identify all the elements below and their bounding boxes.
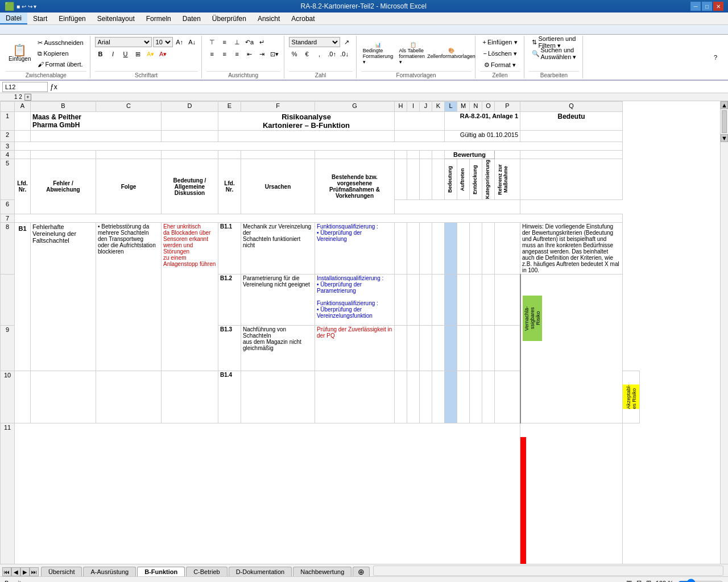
- cell-I8b[interactable]: [407, 275, 420, 326]
- col-header-M[interactable]: M: [457, 102, 470, 112]
- menu-start[interactable]: Start: [27, 13, 53, 24]
- cell-G9[interactable]: Prüfung der Zuverlässigkeit in der PQ: [315, 326, 395, 371]
- sheet-tab-d-dokumentation[interactable]: D-Dokumentation: [229, 567, 292, 576]
- cell-I8[interactable]: [407, 223, 420, 275]
- cell-N5[interactable]: Entdeckung: [470, 159, 482, 200]
- kopieren-button[interactable]: ⧉ Kopieren: [35, 48, 86, 59]
- cell-B4[interactable]: [31, 151, 96, 159]
- bedingte-formatierung-button[interactable]: 📊 BedingteFormatierung ▾: [361, 39, 395, 68]
- decimal-less-button[interactable]: .0↓: [339, 49, 350, 59]
- format-button[interactable]: ⚙ Format ▾: [481, 60, 519, 70]
- cell-C5[interactable]: Folge: [96, 159, 162, 214]
- cell-N8b[interactable]: [470, 275, 482, 326]
- align-top-button[interactable]: ⊤: [206, 37, 218, 47]
- fill-color-button[interactable]: A▾: [145, 49, 156, 59]
- col-header-Q[interactable]: Q: [520, 102, 623, 112]
- cell-L4[interactable]: Bewertung: [445, 151, 495, 159]
- cell-L8[interactable]: [445, 223, 457, 275]
- cell-E2[interactable]: [218, 131, 395, 142]
- font-name-select[interactable]: Arial: [95, 37, 152, 47]
- zellen-loeschen-button[interactable]: − Löschen ▾: [481, 48, 520, 59]
- cell-O10[interactable]: [482, 371, 495, 423]
- number-format-select[interactable]: Standard: [289, 37, 340, 47]
- col-header-A[interactable]: A: [15, 102, 31, 112]
- align-bottom-button[interactable]: ⊥: [231, 37, 243, 47]
- cell-N8[interactable]: [470, 223, 482, 275]
- cell-N10[interactable]: [470, 371, 482, 423]
- formula-expand-button[interactable]: ƒx: [48, 83, 60, 91]
- underline-button[interactable]: U: [120, 49, 131, 59]
- tab-nav-last[interactable]: ⏭: [30, 567, 39, 576]
- cell-J9[interactable]: [420, 326, 432, 371]
- cell-B8[interactable]: Fehlerhafte Vereinelung der Faltschachte…: [31, 223, 96, 371]
- cell-O8[interactable]: [482, 223, 495, 275]
- cell-H8[interactable]: [395, 223, 407, 275]
- cell-B2[interactable]: [31, 131, 162, 142]
- menu-acrobat[interactable]: Acrobat: [286, 13, 320, 24]
- menu-ansicht[interactable]: Ansicht: [252, 13, 286, 24]
- cell-J8[interactable]: [420, 223, 432, 275]
- row-header-8b[interactable]: [1, 275, 15, 326]
- cell-K8b[interactable]: [432, 275, 445, 326]
- cell-F9[interactable]: Nachführung von Schachteln aus dem Magaz…: [241, 326, 315, 371]
- cell-J10[interactable]: [420, 371, 432, 423]
- cell-A5[interactable]: Lfd. Nr.: [15, 159, 31, 214]
- cell-D10[interactable]: [162, 371, 218, 423]
- cell-N9[interactable]: [470, 326, 482, 371]
- row-header-7[interactable]: 7: [1, 214, 15, 223]
- cell-H6[interactable]: [395, 200, 520, 214]
- cell-L1[interactable]: RA-8.2-01, Anlage 1: [445, 112, 520, 131]
- cell-B1[interactable]: Maas & Peither Pharma GmbH: [31, 112, 162, 131]
- cell-I5[interactable]: [407, 159, 420, 200]
- align-right-button[interactable]: ≡: [231, 49, 243, 59]
- cell-K4[interactable]: [432, 151, 445, 159]
- comma-button[interactable]: ,: [314, 49, 325, 59]
- font-size-select[interactable]: 10: [153, 37, 173, 47]
- cell-A2[interactable]: [15, 131, 31, 142]
- cell-A8[interactable]: B1: [15, 223, 31, 371]
- menu-seitenlayout[interactable]: Seitenlayout: [92, 13, 140, 24]
- cell-E5[interactable]: Lfd. Nr.: [218, 159, 241, 214]
- cell-M10[interactable]: [457, 371, 470, 423]
- cell-P10[interactable]: [495, 371, 520, 423]
- cell-L8b[interactable]: [445, 275, 457, 326]
- cell-I10[interactable]: [407, 371, 420, 423]
- col-header-I[interactable]: I: [407, 102, 420, 112]
- cell-P5[interactable]: Referenz zur Maßnahme: [495, 159, 520, 200]
- cell-H10[interactable]: [395, 371, 407, 423]
- view-normal-icon[interactable]: ▣: [626, 579, 632, 582]
- cell-D8[interactable]: Eher unkritisch da Blockaden über Sensor…: [162, 223, 218, 371]
- col-header-C[interactable]: C: [96, 102, 162, 112]
- row-header-6[interactable]: 6: [1, 200, 15, 214]
- sheet-table-wrapper[interactable]: A B C D E F G H I J K L M N O: [0, 101, 720, 564]
- outline-plus-button[interactable]: +: [24, 94, 31, 101]
- row-header-1[interactable]: 1: [1, 112, 15, 131]
- cell-P9[interactable]: [495, 326, 520, 371]
- wrap-text-button[interactable]: ↵: [257, 37, 268, 47]
- vertical-scrollbar[interactable]: ▲ ▼: [720, 101, 728, 564]
- cell-Q4[interactable]: [520, 151, 623, 159]
- cell-G10[interactable]: [315, 371, 395, 423]
- scroll-down-button[interactable]: ▼: [721, 134, 728, 142]
- col-header-N[interactable]: N: [470, 102, 482, 112]
- als-tabelle-button[interactable]: 📋 Als Tabelleformatieren ▾: [396, 39, 431, 68]
- cell-G5[interactable]: Bestehende bzw. vorgesehene Prüfmaßnahme…: [315, 159, 395, 214]
- formula-input[interactable]: [60, 82, 726, 92]
- sheet-tab-a-ausruestung[interactable]: A-Ausrüstung: [83, 567, 136, 576]
- cell-Q5[interactable]: [520, 159, 623, 200]
- col-header-J[interactable]: J: [420, 102, 432, 112]
- einfuegen-button[interactable]: 📋 Einfügen: [6, 39, 34, 68]
- decimal-more-button[interactable]: .0↑: [326, 49, 338, 59]
- cell-E4[interactable]: [218, 151, 241, 159]
- minimize-button[interactable]: ─: [690, 2, 701, 11]
- cell-E1[interactable]: Risikoanalyse Kartonierer – B-Funktion: [218, 112, 395, 131]
- cell-L5[interactable]: Bedeutung: [445, 159, 457, 200]
- suchen-button[interactable]: 🔍 Suchen undAuswählen ▾: [529, 48, 580, 59]
- tab-nav-prev[interactable]: ◀: [11, 567, 20, 576]
- cell-L9[interactable]: [445, 326, 457, 371]
- cell-F4[interactable]: [241, 151, 315, 159]
- cell-P4[interactable]: [495, 151, 520, 159]
- scroll-up-button[interactable]: ▲: [721, 101, 728, 109]
- cell-F8b[interactable]: Parametrierung für die Vereinelung nicht…: [241, 275, 315, 326]
- cell-K5[interactable]: [432, 159, 445, 200]
